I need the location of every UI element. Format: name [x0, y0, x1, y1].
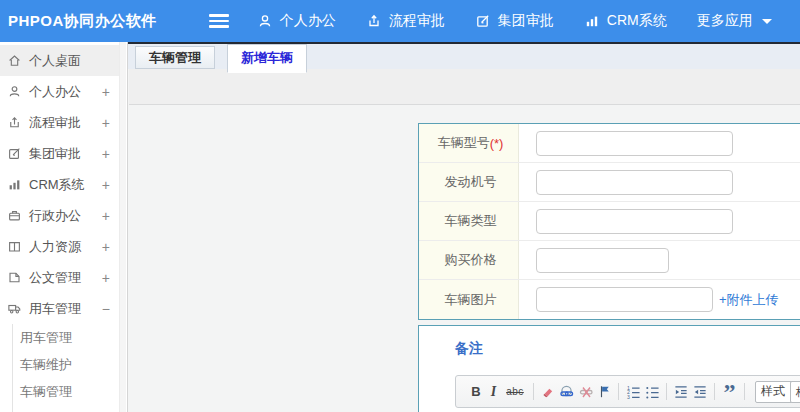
tab-vehicle-management[interactable]: 车辆管理: [135, 46, 215, 69]
bold-button[interactable]: B: [468, 381, 484, 403]
sidebar-item-label: 个人桌面: [29, 52, 81, 70]
nav-label: 集团审批: [498, 12, 554, 30]
home-icon: [7, 53, 23, 69]
sidebar-submenu-vehicle: 用车管理 车辆维护 车辆管理 报表与统计: [12, 324, 127, 412]
sidebar-item-admin-office[interactable]: 行政办公 +: [0, 200, 120, 231]
format-select[interactable]: 格: [790, 381, 800, 403]
field-label: 车辆图片: [419, 280, 519, 319]
nav-personal-office[interactable]: 个人办公: [257, 12, 336, 30]
sidebar-item-crm-system[interactable]: CRM系统 +: [0, 169, 120, 200]
link-icon[interactable]: [558, 381, 575, 403]
nav-more-apps[interactable]: 更多应用: [697, 12, 772, 30]
toolbar-separator: [714, 383, 715, 400]
editor-toolbar: B I abc 123: [455, 375, 800, 408]
user-icon: [7, 84, 23, 100]
expand-toggle[interactable]: +: [102, 115, 110, 131]
caret-down-icon: [762, 19, 772, 24]
field-label: 发动机号: [419, 163, 519, 201]
sidebar-item-label: 用车管理: [29, 300, 81, 318]
vehicle-type-input[interactable]: [536, 209, 733, 234]
remove-format-icon[interactable]: [540, 381, 555, 403]
form-row-engine: 发动机号: [419, 163, 800, 202]
sidebar: 个人桌面 个人办公 + 流程审批 + 集团审批 +: [0, 42, 128, 412]
sidebar-item-label: 流程审批: [29, 114, 81, 132]
truck-icon: [7, 301, 23, 317]
nav-label: 流程审批: [389, 12, 445, 30]
sidebar-scrollbar[interactable]: [119, 42, 126, 412]
form-row-price: 购买价格: [419, 241, 800, 280]
sidebar-item-group-approval[interactable]: 集团审批 +: [0, 138, 120, 169]
nav-workflow-approval[interactable]: 流程审批: [366, 12, 445, 30]
purchase-price-input[interactable]: [536, 248, 669, 273]
submenu-item-vehicle-maintenance[interactable]: 车辆维护: [13, 351, 127, 378]
vehicle-picture-input[interactable]: [536, 287, 713, 312]
svg-text:3: 3: [627, 394, 630, 399]
nav-crm-system[interactable]: CRM系统: [584, 12, 667, 30]
form-row-picture: 车辆图片 +附件上传: [419, 280, 800, 319]
briefcase-icon: [7, 208, 23, 224]
indent-icon[interactable]: [692, 381, 708, 403]
field-label: 车辆型号(*): [419, 124, 519, 162]
sidebar-item-document-management[interactable]: 公文管理 +: [0, 262, 120, 293]
form-row-model: 车辆型号(*): [419, 124, 800, 163]
app-logo: PHPOA协同办公软件: [8, 12, 157, 31]
outdent-icon[interactable]: [673, 381, 689, 403]
expand-toggle[interactable]: +: [102, 177, 110, 193]
workflow-icon: [366, 13, 382, 29]
collapse-toggle[interactable]: −: [102, 301, 110, 317]
expand-toggle[interactable]: +: [102, 146, 110, 162]
unlink-icon[interactable]: [578, 381, 595, 403]
submenu-item-reports-statistics[interactable]: 报表与统计: [13, 405, 127, 412]
engine-number-input[interactable]: [536, 170, 733, 195]
nav-label: 个人办公: [280, 12, 336, 30]
expand-toggle[interactable]: +: [102, 84, 110, 100]
chart-icon: [584, 13, 600, 29]
notes-title: 备注: [455, 340, 483, 358]
strikethrough-button[interactable]: abc: [503, 381, 527, 403]
edit-icon: [7, 146, 23, 162]
field-label: 车辆类型: [419, 202, 519, 240]
sidebar-item-personal-office[interactable]: 个人办公 +: [0, 76, 120, 107]
edit-icon: [475, 13, 491, 29]
nav-group-approval[interactable]: 集团审批: [475, 12, 554, 30]
format-select-value: 格: [796, 384, 800, 401]
toolbar-separator: [744, 383, 745, 400]
sidebar-item-label: CRM系统: [29, 176, 85, 194]
nav-label: 更多应用: [697, 12, 753, 30]
nav-label: CRM系统: [607, 12, 667, 30]
ordered-list-icon[interactable]: 123: [625, 381, 641, 403]
vehicle-model-input[interactable]: [536, 131, 733, 156]
chart-icon: [7, 177, 23, 193]
sidebar-item-human-resources[interactable]: 人力资源 +: [0, 231, 120, 262]
expand-toggle[interactable]: +: [102, 208, 110, 224]
sidebar-item-workflow-approval[interactable]: 流程审批 +: [0, 107, 120, 138]
content-toolbar-strip: [129, 69, 800, 105]
toolbar-separator: [666, 383, 667, 400]
italic-button[interactable]: I: [487, 381, 500, 403]
hamburger-menu-icon[interactable]: [209, 14, 229, 28]
tab-new-vehicle[interactable]: 新增车辆: [227, 44, 307, 73]
blockquote-icon[interactable]: ”: [721, 381, 738, 403]
sidebar-item-label: 公文管理: [29, 269, 81, 287]
user-icon: [257, 13, 273, 29]
sidebar-item-desktop[interactable]: 个人桌面: [0, 45, 120, 76]
sidebar-item-label: 人力资源: [29, 238, 81, 256]
workflow-icon: [7, 115, 23, 131]
style-select-value: 样式: [761, 383, 785, 400]
required-marker: (*): [490, 136, 504, 151]
form-row-type: 车辆类型: [419, 202, 800, 241]
topbar: PHPOA协同办公软件 个人办公 流程审批 集团审批: [0, 0, 800, 42]
tab-bar: 车辆管理 新增车辆: [128, 42, 800, 69]
expand-toggle[interactable]: +: [102, 239, 110, 255]
submenu-item-vehicle-use[interactable]: 用车管理: [13, 324, 127, 351]
vehicle-form: 车辆型号(*) 发动机号 车辆类型 购买价格 车辆图片: [418, 123, 800, 320]
sidebar-item-vehicle-management[interactable]: 用车管理 −: [0, 293, 120, 324]
field-label: 购买价格: [419, 241, 519, 279]
flag-icon[interactable]: [598, 381, 612, 403]
submenu-item-label: 车辆维护: [20, 356, 72, 374]
unordered-list-icon[interactable]: [644, 381, 660, 403]
expand-toggle[interactable]: +: [102, 270, 110, 286]
attachment-upload-link[interactable]: +附件上传: [719, 291, 779, 309]
submenu-item-label: 用车管理: [20, 329, 72, 347]
submenu-item-vehicle-management[interactable]: 车辆管理: [13, 378, 127, 405]
